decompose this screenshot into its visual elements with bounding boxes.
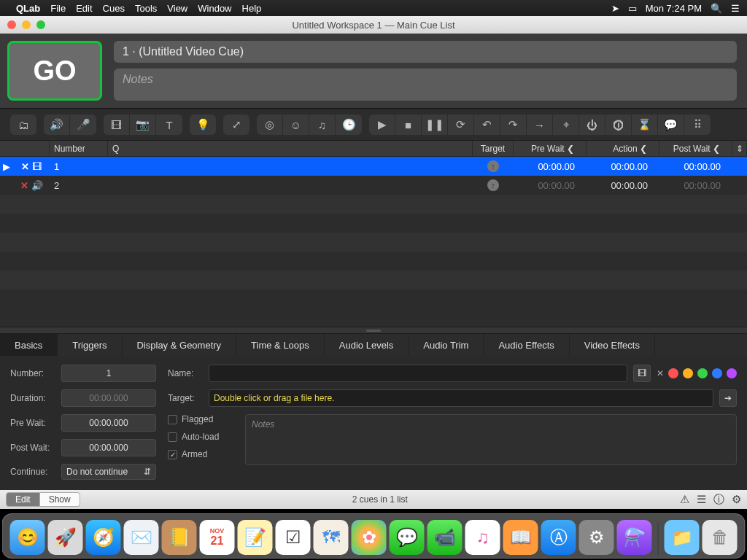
play-icon[interactable]: ▶ xyxy=(369,114,395,135)
pause-icon[interactable]: ❚❚ xyxy=(422,114,448,135)
cursor-icon[interactable]: ➤ xyxy=(611,3,619,14)
dock-notes-icon[interactable]: 📝 xyxy=(238,520,273,555)
target-up-icon[interactable]: ↑ xyxy=(487,160,499,172)
cue-postwait[interactable]: 00:00.00 xyxy=(659,176,732,195)
mode-show-button[interactable]: Show xyxy=(40,492,80,507)
dock-itunes-icon[interactable]: ♫ xyxy=(465,520,500,555)
memo-cue-icon[interactable]: 💬 xyxy=(658,114,684,135)
app-name[interactable]: QLab xyxy=(16,3,40,14)
col-number[interactable]: Number xyxy=(50,141,108,156)
duration-field[interactable]: 00:00.000 xyxy=(61,389,156,407)
menu-window[interactable]: Window xyxy=(198,3,231,14)
tab-audio-levels[interactable]: Audio Levels xyxy=(325,334,409,356)
current-cue-notes[interactable]: Notes xyxy=(114,69,737,101)
load-icon[interactable]: ⟳ xyxy=(448,114,474,135)
group-cue-icon[interactable]: 🗂 xyxy=(10,114,36,135)
midi-cue-icon[interactable]: ☺ xyxy=(283,114,309,135)
col-postwait[interactable]: Post Wait ❮ xyxy=(659,141,732,156)
reveal-target-button[interactable]: ➔ xyxy=(719,389,737,407)
warnings-icon[interactable]: ⚠ xyxy=(680,493,689,507)
dock-safari-icon[interactable]: 🧭 xyxy=(86,520,121,555)
target-cue-icon[interactable]: ⌖ xyxy=(553,114,579,135)
timecode-cue-icon[interactable]: 🕒 xyxy=(336,114,362,135)
dock-qlab-icon[interactable]: ⚗️ xyxy=(617,520,652,555)
cue-prewait[interactable]: 00:00.00 xyxy=(514,176,587,195)
dock-finder-icon[interactable]: 😊 xyxy=(10,520,45,555)
menu-tools[interactable]: Tools xyxy=(135,3,157,14)
dock-facetime-icon[interactable]: 📹 xyxy=(427,520,462,555)
dock-ibooks-icon[interactable]: 📖 xyxy=(503,520,538,555)
color-red[interactable] xyxy=(668,368,678,378)
color-orange[interactable] xyxy=(683,368,693,378)
color-blue[interactable] xyxy=(712,368,722,378)
midi-file-cue-icon[interactable]: ♫ xyxy=(309,114,336,135)
dock-appstore-icon[interactable]: Ⓐ xyxy=(541,520,576,555)
text-cue-icon[interactable]: T xyxy=(156,114,182,135)
stop-icon[interactable]: ■ xyxy=(395,114,422,135)
dock-launchpad-icon[interactable]: 🚀 xyxy=(48,520,83,555)
cue-prewait[interactable]: 00:00.00 xyxy=(514,157,587,176)
devamp-icon[interactable]: ↷ xyxy=(500,114,527,135)
continue-select[interactable]: Do not continue ⇵ xyxy=(61,464,156,480)
dock-downloads-icon[interactable]: 📁 xyxy=(665,520,700,555)
inspector-divider[interactable] xyxy=(0,327,747,334)
airplay-icon[interactable]: ▭ xyxy=(628,3,637,14)
cue-action[interactable]: 00:00.00 xyxy=(587,176,659,195)
video-type-badge-icon[interactable]: 🎞 xyxy=(633,365,651,382)
cue-row[interactable]: ✕ 🔊 2 ↑ 00:00.00 00:00.00 00:00.00 xyxy=(0,176,747,195)
col-adjust-icon[interactable]: ⇕ xyxy=(732,141,747,156)
goto-icon[interactable]: → xyxy=(527,114,553,135)
menu-view[interactable]: View xyxy=(167,3,187,14)
dock-contacts-icon[interactable]: 📒 xyxy=(162,520,197,555)
clear-color-icon[interactable]: ✕ xyxy=(657,368,664,378)
light-cue-icon[interactable]: 💡 xyxy=(190,114,216,135)
dock-calendar-icon[interactable]: NOV21 xyxy=(200,520,235,555)
go-button[interactable]: GO xyxy=(7,41,102,101)
dock-reminders-icon[interactable]: ☑︎ xyxy=(276,520,311,555)
col-target[interactable]: Target xyxy=(473,141,514,156)
color-green[interactable] xyxy=(697,368,708,378)
dock-mail-icon[interactable]: ✉️ xyxy=(124,520,159,555)
notification-center-icon[interactable]: ☰ xyxy=(731,3,740,14)
name-field[interactable] xyxy=(209,365,627,382)
postwait-field[interactable]: 00:00.000 xyxy=(61,439,156,456)
menu-file[interactable]: File xyxy=(50,3,66,14)
dock-sysprefs-icon[interactable]: ⚙ xyxy=(579,520,614,555)
cue-action[interactable]: 00:00.00 xyxy=(587,157,659,176)
dock-messages-icon[interactable]: 💬 xyxy=(390,520,425,555)
disarm-icon[interactable]: ⏼ xyxy=(605,114,632,135)
target-field[interactable]: Double click or drag a file here. xyxy=(209,389,713,407)
camera-cue-icon[interactable]: 📷 xyxy=(130,114,156,135)
arm-icon[interactable]: ⏻ xyxy=(579,114,605,135)
settings-gear-icon[interactable]: ⚙ xyxy=(732,493,741,507)
reset-icon[interactable]: ↶ xyxy=(474,114,500,135)
dock-trash-icon[interactable]: 🗑 xyxy=(703,520,738,555)
tab-video-effects[interactable]: Video Effects xyxy=(570,334,655,356)
col-q[interactable]: Q xyxy=(108,141,473,156)
info-icon[interactable]: ⓘ xyxy=(713,493,724,507)
cue-list[interactable]: ▶ ✕ 🎞 1 ↑ 00:00.00 00:00.00 00:00.00 ✕ 🔊… xyxy=(0,157,747,327)
zoom-window-button[interactable] xyxy=(36,20,45,29)
tab-triggers[interactable]: Triggers xyxy=(58,334,122,356)
armed-checkbox[interactable]: Armed xyxy=(168,449,233,459)
color-purple[interactable] xyxy=(727,368,737,378)
current-cue-name[interactable]: 1 · (Untitled Video Cue) xyxy=(114,41,737,63)
script-cue-icon[interactable]: ⠿ xyxy=(684,114,711,135)
col-prewait[interactable]: Pre Wait ❮ xyxy=(514,141,587,156)
tab-time-loops[interactable]: Time & Loops xyxy=(236,334,325,356)
notes-field[interactable]: Notes xyxy=(245,414,737,465)
close-window-button[interactable] xyxy=(7,20,16,29)
clock[interactable]: Mon 7:24 PM xyxy=(646,3,702,14)
audio-cue-icon[interactable]: 🔊 xyxy=(44,114,70,135)
dock-photos-icon[interactable]: ✿ xyxy=(352,520,387,555)
network-cue-icon[interactable]: ◎ xyxy=(257,114,283,135)
mic-cue-icon[interactable]: 🎤 xyxy=(70,114,96,135)
tab-display-geometry[interactable]: Display & Geometry xyxy=(123,334,237,356)
menu-cues[interactable]: Cues xyxy=(103,3,125,14)
col-action[interactable]: Action ❮ xyxy=(587,141,659,156)
menu-edit[interactable]: Edit xyxy=(76,3,92,14)
number-field[interactable]: 1 xyxy=(61,365,156,382)
video-cue-icon[interactable]: 🎞 xyxy=(104,114,130,135)
menu-help[interactable]: Help xyxy=(242,3,262,14)
tab-audio-trim[interactable]: Audio Trim xyxy=(409,334,484,356)
